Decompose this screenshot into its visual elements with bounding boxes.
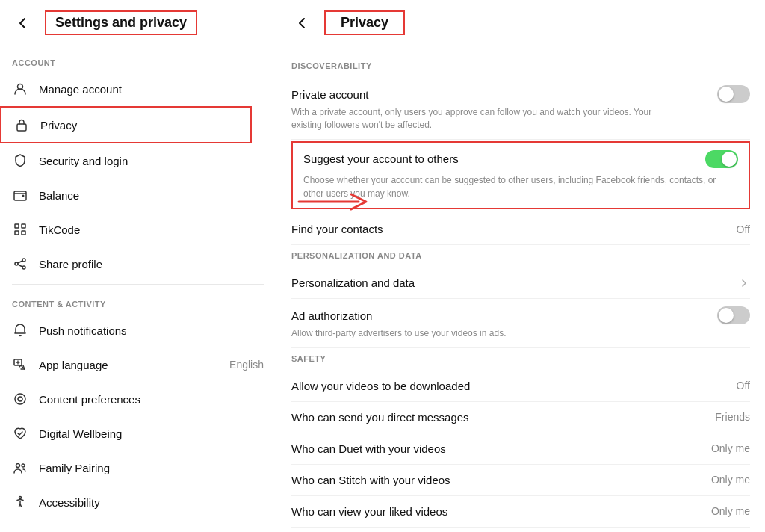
ad-authorization-desc: Allow third-party advertisers to use you… [291,327,658,340]
content-section-label: CONTENT & ACTIVITY [0,288,276,313]
stitch-label: Who can Stitch with your videos [291,474,450,486]
svg-rect-1 [17,124,26,131]
setting-liked-videos[interactable]: Who can view your liked videos Only me [291,496,750,528]
safety-section: SAFETY Allow your videos to be downloade… [291,354,750,528]
share-profile-label: Share profile [39,258,264,270]
svg-rect-6 [15,231,19,235]
sidebar-item-family-pairing[interactable]: Family Pairing [0,451,276,485]
wellbeing-icon [12,425,28,442]
accessibility-icon [12,494,28,510]
setting-direct-messages[interactable]: Who can send you direct messages Friends [291,402,750,433]
personalization-section: PERSONALIZATION AND DATA Personalization… [291,251,750,348]
digital-wellbeing-label: Digital Wellbeing [39,427,264,440]
personalization-data-label: Personalization and data [291,276,415,289]
sidebar-item-app-language[interactable]: App language English [0,347,276,382]
right-title-box: Privacy [324,10,405,35]
liked-videos-value: Only me [711,505,750,517]
setting-personalization-data[interactable]: Personalization and data [291,267,750,299]
setting-private-account[interactable]: Private account With a private account, … [291,78,750,140]
setting-ad-authorization[interactable]: Ad authorization Allow third-party adver… [291,299,750,348]
private-account-label: Private account [291,88,368,101]
sidebar-item-content-preferences[interactable]: Content preferences [0,382,276,416]
left-panel: Settings and privacy ACCOUNT Manage acco… [0,0,276,532]
setting-allow-download[interactable]: Allow your videos to be downloaded Off [291,371,750,402]
private-account-desc: With a private account, only users you a… [291,106,658,132]
left-header: Settings and privacy [0,0,276,46]
family-pairing-label: Family Pairing [39,462,264,474]
ad-authorization-toggle[interactable] [717,306,750,324]
svg-point-14 [16,464,20,468]
left-panel-title: Settings and privacy [55,15,187,30]
personalization-label: PERSONALIZATION AND DATA [291,251,750,260]
discoverability-label: DISCOVERABILITY [291,61,750,70]
balance-label: Balance [39,189,264,202]
safety-label: SAFETY [291,354,750,363]
setting-duet[interactable]: Who can Duet with your videos Only me [291,433,750,465]
sidebar-item-manage-account[interactable]: Manage account [0,72,276,106]
svg-rect-4 [15,224,19,228]
bell-icon [12,322,28,338]
svg-rect-7 [22,231,25,235]
tikcode-label: TikCode [39,223,264,236]
right-panel: Privacy DISCOVERABILITY Private account … [276,0,765,532]
right-content: DISCOVERABILITY Private account With a p… [276,46,765,532]
grid-icon [12,221,28,238]
sidebar-item-balance[interactable]: Balance [0,178,276,212]
suggest-account-toggle[interactable] [705,150,738,168]
account-section-label: ACCOUNT [0,46,276,72]
right-header: Privacy [276,0,765,46]
allow-download-value: Off [737,380,750,392]
svg-point-16 [19,497,22,499]
manage-account-label: Manage account [39,83,264,96]
duet-label: Who can Duet with your videos [291,442,446,455]
left-back-button[interactable] [12,13,33,34]
privacy-label: Privacy [40,119,238,132]
family-icon [12,460,28,476]
right-back-button[interactable] [291,13,312,34]
arrow-annotation [291,179,381,224]
lock-icon [13,117,30,133]
direct-messages-label: Who can send you direct messages [291,411,469,424]
svg-point-3 [22,195,25,197]
svg-point-12 [15,394,25,404]
sidebar-item-security[interactable]: Security and login [0,143,276,178]
right-panel-title: Privacy [341,15,388,30]
svg-point-15 [22,464,25,467]
toggle-knob [722,152,737,167]
content-preferences-label: Content preferences [39,393,264,406]
accessibility-label: Accessibility [39,496,264,509]
push-notifications-label: Push notifications [39,324,264,337]
private-account-toggle[interactable] [717,85,750,103]
sidebar-item-digital-wellbeing[interactable]: Digital Wellbeing [0,416,276,451]
toggle-knob [719,308,734,323]
svg-rect-2 [14,191,26,200]
find-contacts-label: Find your contacts [291,223,383,235]
suggest-account-label: Suggest your account to others [303,152,459,165]
svg-point-13 [18,397,22,401]
direct-messages-value: Friends [715,411,750,423]
sidebar-item-share-profile[interactable]: Share profile [0,247,276,281]
security-label: Security and login [39,155,264,167]
person-icon [12,81,28,97]
chevron-right-icon [738,277,750,289]
sidebar-item-privacy[interactable]: Privacy [0,106,276,143]
sidebar-item-accessibility[interactable]: Accessibility [0,485,276,519]
sidebar-item-tikcode[interactable]: TikCode [0,212,276,247]
find-contacts-value: Off [737,223,750,235]
svg-rect-5 [22,224,25,228]
toggle-knob [719,87,734,102]
section-divider [12,284,264,285]
shield-icon [12,152,28,169]
wallet-icon [12,187,28,203]
stitch-value: Only me [711,474,750,486]
duet-value: Only me [711,442,750,454]
ad-authorization-label: Ad authorization [291,309,372,322]
sidebar-item-push-notifications[interactable]: Push notifications [0,313,276,347]
app-language-value: English [229,359,264,371]
language-icon [12,356,28,373]
liked-videos-label: Who can view your liked videos [291,505,447,518]
app-language-label: App language [39,359,219,371]
share-icon [12,256,28,272]
left-title-box: Settings and privacy [45,10,197,35]
setting-stitch[interactable]: Who can Stitch with your videos Only me [291,465,750,496]
